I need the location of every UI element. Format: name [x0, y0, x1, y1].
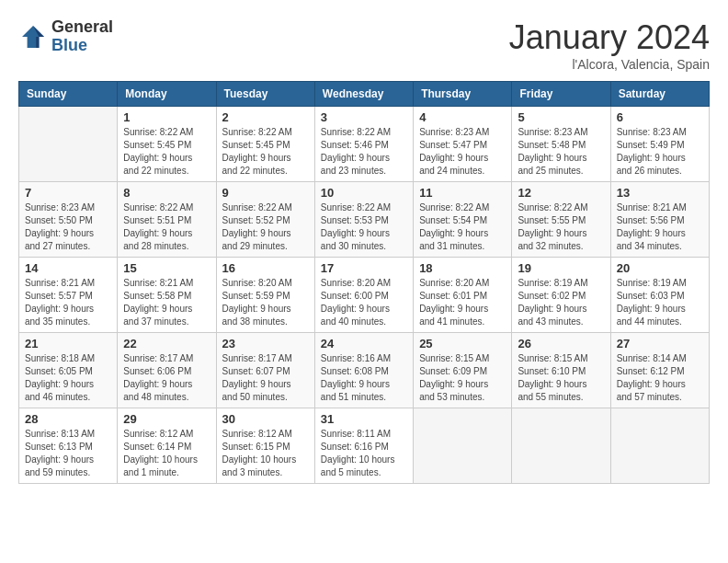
day-info: Sunrise: 8:23 AM Sunset: 5:50 PM Dayligh…: [25, 201, 111, 253]
day-info: Sunrise: 8:17 AM Sunset: 6:06 PM Dayligh…: [123, 352, 210, 404]
day-number: 30: [222, 412, 309, 426]
day-info: Sunrise: 8:23 AM Sunset: 5:48 PM Dayligh…: [518, 126, 604, 178]
calendar-cell: 21Sunrise: 8:18 AM Sunset: 6:05 PM Dayli…: [19, 333, 118, 408]
calendar-cell: [512, 408, 610, 484]
calendar-cell: 2Sunrise: 8:22 AM Sunset: 5:45 PM Daylig…: [216, 107, 314, 182]
day-number: 2: [222, 110, 309, 124]
calendar-cell: [19, 107, 118, 182]
calendar-cell: 14Sunrise: 8:21 AM Sunset: 5:57 PM Dayli…: [19, 258, 118, 333]
day-number: 12: [518, 186, 604, 200]
day-info: Sunrise: 8:20 AM Sunset: 6:01 PM Dayligh…: [419, 277, 506, 328]
page-header: General Blue January 2024 l'Alcora, Vale…: [18, 18, 710, 72]
month-title: January 2024: [509, 18, 710, 57]
calendar-cell: 9Sunrise: 8:22 AM Sunset: 5:52 PM Daylig…: [216, 182, 314, 258]
day-number: 11: [419, 186, 506, 200]
calendar-cell: 30Sunrise: 8:12 AM Sunset: 6:15 PM Dayli…: [216, 408, 314, 484]
weekday-row: SundayMondayTuesdayWednesdayThursdayFrid…: [19, 82, 710, 107]
logo-text-blue: Blue: [51, 37, 113, 55]
day-info: Sunrise: 8:13 AM Sunset: 6:13 PM Dayligh…: [25, 428, 111, 479]
calendar-cell: 22Sunrise: 8:17 AM Sunset: 6:06 PM Dayli…: [118, 333, 216, 408]
day-number: 29: [123, 412, 210, 426]
calendar-body: 1Sunrise: 8:22 AM Sunset: 5:45 PM Daylig…: [19, 107, 710, 484]
day-info: Sunrise: 8:14 AM Sunset: 6:12 PM Dayligh…: [617, 352, 703, 404]
day-info: Sunrise: 8:15 AM Sunset: 6:10 PM Dayligh…: [518, 352, 604, 404]
weekday-header-saturday: Saturday: [610, 82, 709, 107]
day-number: 31: [321, 412, 407, 426]
day-info: Sunrise: 8:21 AM Sunset: 5:58 PM Dayligh…: [123, 277, 210, 328]
day-number: 22: [123, 337, 210, 350]
title-block: January 2024 l'Alcora, Valencia, Spain: [509, 18, 710, 72]
day-number: 9: [222, 186, 309, 200]
calendar-header: SundayMondayTuesdayWednesdayThursdayFrid…: [19, 82, 710, 107]
day-info: Sunrise: 8:23 AM Sunset: 5:47 PM Dayligh…: [419, 126, 506, 178]
calendar-cell: 31Sunrise: 8:11 AM Sunset: 6:16 PM Dayli…: [314, 408, 413, 484]
day-info: Sunrise: 8:22 AM Sunset: 5:51 PM Dayligh…: [123, 201, 210, 253]
day-number: 7: [25, 186, 111, 200]
day-info: Sunrise: 8:20 AM Sunset: 6:00 PM Dayligh…: [321, 277, 407, 328]
day-number: 14: [25, 261, 111, 275]
calendar-cell: 13Sunrise: 8:21 AM Sunset: 5:56 PM Dayli…: [610, 182, 709, 258]
calendar-cell: 7Sunrise: 8:23 AM Sunset: 5:50 PM Daylig…: [19, 182, 118, 258]
calendar-week-1: 7Sunrise: 8:23 AM Sunset: 5:50 PM Daylig…: [19, 182, 710, 258]
calendar-week-0: 1Sunrise: 8:22 AM Sunset: 5:45 PM Daylig…: [19, 107, 710, 182]
weekday-header-monday: Monday: [118, 82, 216, 107]
day-info: Sunrise: 8:22 AM Sunset: 5:46 PM Dayligh…: [321, 126, 407, 178]
location-text: l'Alcora, Valencia, Spain: [509, 57, 710, 72]
day-number: 25: [419, 337, 506, 350]
calendar-week-2: 14Sunrise: 8:21 AM Sunset: 5:57 PM Dayli…: [19, 258, 710, 333]
day-number: 16: [222, 261, 309, 275]
day-number: 8: [123, 186, 210, 200]
calendar-cell: [414, 408, 512, 484]
calendar-cell: 29Sunrise: 8:12 AM Sunset: 6:14 PM Dayli…: [118, 408, 216, 484]
logo: General Blue: [18, 18, 113, 55]
day-number: 19: [518, 261, 604, 275]
calendar-cell: 28Sunrise: 8:13 AM Sunset: 6:13 PM Dayli…: [19, 408, 118, 484]
day-info: Sunrise: 8:22 AM Sunset: 5:45 PM Dayligh…: [123, 126, 210, 178]
calendar-week-4: 28Sunrise: 8:13 AM Sunset: 6:13 PM Dayli…: [19, 408, 710, 484]
calendar-cell: 12Sunrise: 8:22 AM Sunset: 5:55 PM Dayli…: [512, 182, 610, 258]
weekday-header-sunday: Sunday: [19, 82, 118, 107]
weekday-header-thursday: Thursday: [414, 82, 512, 107]
calendar-cell: [610, 408, 709, 484]
day-number: 4: [419, 110, 506, 124]
day-info: Sunrise: 8:22 AM Sunset: 5:54 PM Dayligh…: [419, 201, 506, 253]
weekday-header-tuesday: Tuesday: [216, 82, 314, 107]
day-number: 24: [321, 337, 407, 350]
day-number: 27: [617, 337, 703, 350]
calendar-cell: 19Sunrise: 8:19 AM Sunset: 6:02 PM Dayli…: [512, 258, 610, 333]
day-info: Sunrise: 8:22 AM Sunset: 5:55 PM Dayligh…: [518, 201, 604, 253]
day-number: 26: [518, 337, 604, 350]
calendar-week-3: 21Sunrise: 8:18 AM Sunset: 6:05 PM Dayli…: [19, 333, 710, 408]
day-info: Sunrise: 8:19 AM Sunset: 6:02 PM Dayligh…: [518, 277, 604, 328]
calendar-cell: 24Sunrise: 8:16 AM Sunset: 6:08 PM Dayli…: [314, 333, 413, 408]
calendar-cell: 6Sunrise: 8:23 AM Sunset: 5:49 PM Daylig…: [610, 107, 709, 182]
day-info: Sunrise: 8:19 AM Sunset: 6:03 PM Dayligh…: [617, 277, 703, 328]
day-number: 10: [321, 186, 407, 200]
weekday-header-wednesday: Wednesday: [314, 82, 413, 107]
day-number: 6: [617, 110, 703, 124]
day-number: 17: [321, 261, 407, 275]
day-info: Sunrise: 8:22 AM Sunset: 5:52 PM Dayligh…: [222, 201, 309, 253]
calendar-cell: 3Sunrise: 8:22 AM Sunset: 5:46 PM Daylig…: [314, 107, 413, 182]
calendar-cell: 11Sunrise: 8:22 AM Sunset: 5:54 PM Dayli…: [414, 182, 512, 258]
day-info: Sunrise: 8:12 AM Sunset: 6:14 PM Dayligh…: [123, 428, 210, 479]
calendar-cell: 16Sunrise: 8:20 AM Sunset: 5:59 PM Dayli…: [216, 258, 314, 333]
calendar-cell: 18Sunrise: 8:20 AM Sunset: 6:01 PM Dayli…: [414, 258, 512, 333]
day-info: Sunrise: 8:11 AM Sunset: 6:16 PM Dayligh…: [321, 428, 407, 479]
calendar-cell: 27Sunrise: 8:14 AM Sunset: 6:12 PM Dayli…: [610, 333, 709, 408]
day-info: Sunrise: 8:18 AM Sunset: 6:05 PM Dayligh…: [25, 352, 111, 404]
day-info: Sunrise: 8:22 AM Sunset: 5:53 PM Dayligh…: [321, 201, 407, 253]
calendar-cell: 17Sunrise: 8:20 AM Sunset: 6:00 PM Dayli…: [314, 258, 413, 333]
day-number: 5: [518, 110, 604, 124]
day-number: 13: [617, 186, 703, 200]
day-info: Sunrise: 8:21 AM Sunset: 5:57 PM Dayligh…: [25, 277, 111, 328]
calendar-table: SundayMondayTuesdayWednesdayThursdayFrid…: [18, 81, 710, 484]
day-info: Sunrise: 8:16 AM Sunset: 6:08 PM Dayligh…: [321, 352, 407, 404]
day-number: 23: [222, 337, 309, 350]
day-number: 21: [25, 337, 111, 350]
day-number: 28: [25, 412, 111, 426]
day-number: 1: [123, 110, 210, 124]
calendar-cell: 26Sunrise: 8:15 AM Sunset: 6:10 PM Dayli…: [512, 333, 610, 408]
day-info: Sunrise: 8:23 AM Sunset: 5:49 PM Dayligh…: [617, 126, 703, 178]
calendar-cell: 25Sunrise: 8:15 AM Sunset: 6:09 PM Dayli…: [414, 333, 512, 408]
